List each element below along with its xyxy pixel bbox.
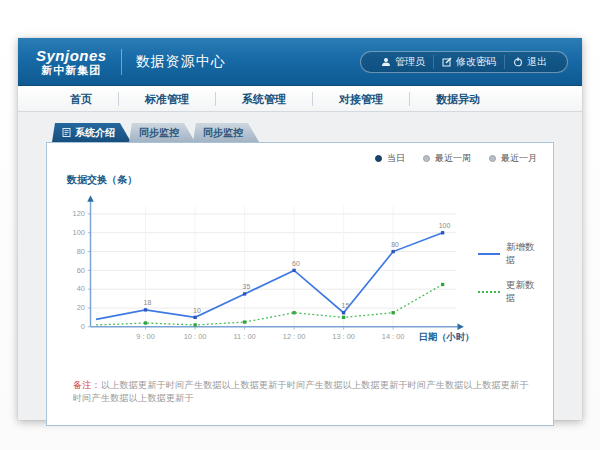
nav-item-interface-mgmt[interactable]: 对接管理 <box>312 92 409 106</box>
content-area: 系统介绍 同步监控 同步监控 当日 最 <box>18 112 582 426</box>
nav-item-standard-mgmt[interactable]: 标准管理 <box>118 92 215 106</box>
main-nav: 首页 标准管理 系统管理 对接管理 数据异动 <box>18 86 582 112</box>
tab-sync-monitor-2[interactable]: 同步监控 <box>193 123 259 142</box>
radio-unselected-icon <box>423 155 430 162</box>
change-password-label: 修改密码 <box>456 55 496 69</box>
chart-legend: 新增数据 更新数据 <box>478 241 541 317</box>
chart-container: 0204060801001209 : 0010 : 0011 : 0012 : … <box>59 189 541 359</box>
change-password-button[interactable]: 修改密码 <box>433 55 504 69</box>
range-selector: 当日 最近一周 最近一月 <box>375 152 537 165</box>
range-option-today[interactable]: 当日 <box>375 152 405 165</box>
nav-item-data-change[interactable]: 数据异动 <box>409 92 506 106</box>
range-label: 最近一周 <box>435 152 471 165</box>
app-title: 数据资源中心 <box>136 53 226 71</box>
svg-text:13 : 00: 13 : 00 <box>332 332 355 341</box>
svg-text:0: 0 <box>81 322 85 331</box>
line-chart: 0204060801001209 : 0010 : 0011 : 0012 : … <box>59 189 476 359</box>
power-icon <box>513 57 523 67</box>
svg-text:9 : 00: 9 : 00 <box>136 332 155 341</box>
note-text: 以上数据更新于时间产生数据以上数据更新于时间产生数据以上数据更新于时间产生数据以… <box>73 380 529 403</box>
header-actions: 管理员 修改密码 退出 <box>360 51 568 73</box>
nav-item-home[interactable]: 首页 <box>44 92 118 106</box>
tab-system-intro[interactable]: 系统介绍 <box>52 123 131 142</box>
svg-text:10: 10 <box>193 307 201 314</box>
footer-note: 备注：以上数据更新于时间产生数据以上数据更新于时间产生数据以上数据更新于时间产生… <box>73 379 535 405</box>
tab-label: 同步监控 <box>139 123 179 142</box>
svg-text:10 : 00: 10 : 00 <box>184 332 207 341</box>
svg-text:日期（小时）: 日期（小时） <box>419 331 475 342</box>
svg-text:18: 18 <box>144 299 152 306</box>
logo-text-en: Synjones <box>36 48 107 63</box>
logout-label: 退出 <box>527 55 547 69</box>
chart-card: 当日 最近一周 最近一月 数据交换（条） 0204060801001209 : … <box>46 142 554 426</box>
header-divider <box>121 49 122 75</box>
user-icon <box>381 57 391 67</box>
logo-text-cn: 新中新集团 <box>41 65 101 76</box>
svg-text:100: 100 <box>439 222 451 229</box>
svg-text:11 : 00: 11 : 00 <box>234 332 256 341</box>
svg-text:15: 15 <box>342 302 350 309</box>
svg-text:14 : 00: 14 : 00 <box>382 332 405 341</box>
range-label: 最近一月 <box>501 152 537 165</box>
range-label: 当日 <box>387 152 405 165</box>
tab-label: 系统介绍 <box>75 123 115 142</box>
svg-text:12 : 00: 12 : 00 <box>283 332 306 341</box>
svg-text:60: 60 <box>292 260 300 267</box>
svg-text:40: 40 <box>77 284 85 293</box>
svg-text:100: 100 <box>73 228 85 237</box>
svg-text:80: 80 <box>391 241 399 248</box>
logout-button[interactable]: 退出 <box>504 55 555 69</box>
legend-item-new-data[interactable]: 新增数据 <box>478 241 541 267</box>
svg-text:120: 120 <box>73 209 85 218</box>
note-prefix: 备注： <box>73 380 101 390</box>
radio-unselected-icon <box>489 155 496 162</box>
radio-selected-icon <box>375 155 382 162</box>
app-window: Synjones 新中新集团 数据资源中心 管理员 修改密码 <box>18 38 582 420</box>
document-icon <box>62 128 71 137</box>
green-dotted-line-icon <box>478 291 500 293</box>
blue-line-icon <box>478 253 500 255</box>
page: Synjones 新中新集团 数据资源中心 管理员 修改密码 <box>0 0 600 450</box>
brand-logo: Synjones 新中新集团 <box>36 48 107 76</box>
svg-text:20: 20 <box>77 303 85 312</box>
nav-item-system-mgmt[interactable]: 系统管理 <box>215 92 312 106</box>
legend-item-updated-data[interactable]: 更新数据 <box>478 279 541 305</box>
tab-label: 同步监控 <box>203 123 243 142</box>
user-button[interactable]: 管理员 <box>373 55 433 69</box>
header: Synjones 新中新集团 数据资源中心 管理员 修改密码 <box>18 38 582 86</box>
user-label: 管理员 <box>395 55 425 69</box>
tab-sync-monitor-1[interactable]: 同步监控 <box>129 123 195 142</box>
legend-label: 新增数据 <box>506 241 541 267</box>
range-option-last-week[interactable]: 最近一周 <box>423 152 471 165</box>
legend-label: 更新数据 <box>506 279 541 305</box>
svg-text:80: 80 <box>77 247 85 256</box>
tab-bar: 系统介绍 同步监控 同步监控 <box>52 123 554 142</box>
svg-text:60: 60 <box>77 266 85 275</box>
svg-text:35: 35 <box>243 283 251 290</box>
edit-icon <box>442 57 452 67</box>
y-axis-title: 数据交换（条） <box>67 173 541 187</box>
range-option-last-month[interactable]: 最近一月 <box>489 152 537 165</box>
